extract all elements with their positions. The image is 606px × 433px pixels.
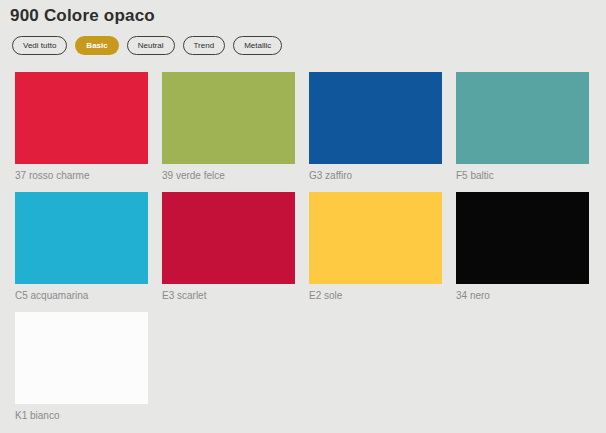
color-swatch-label: 37 rosso charme — [15, 169, 148, 182]
color-swatch[interactable] — [15, 72, 148, 164]
swatch-cell-39-verde-felce[interactable]: 39 verde felce — [162, 72, 295, 182]
swatch-cell-c5-acquamarina[interactable]: C5 acquamarina — [15, 192, 148, 302]
color-swatch[interactable] — [15, 192, 148, 284]
color-swatch[interactable] — [15, 312, 148, 404]
swatch-cell-37-rosso-charme[interactable]: 37 rosso charme — [15, 72, 148, 182]
color-swatch-label: 39 verde felce — [162, 169, 295, 182]
color-swatch-label: F5 baltic — [456, 169, 589, 182]
filter-pill-metallic[interactable]: Metallic — [233, 36, 282, 55]
color-swatch-label: G3 zaffiro — [309, 169, 442, 182]
filter-pill-basic[interactable]: Basic — [75, 36, 118, 55]
color-swatch-label: 34 nero — [456, 289, 589, 302]
color-swatch[interactable] — [456, 72, 589, 164]
color-swatch[interactable] — [162, 192, 295, 284]
swatch-cell-e3-scarlet[interactable]: E3 scarlet — [162, 192, 295, 302]
color-swatch[interactable] — [309, 192, 442, 284]
color-swatch-label: E2 sole — [309, 289, 442, 302]
color-swatch-label: E3 scarlet — [162, 289, 295, 302]
color-swatch[interactable] — [309, 72, 442, 164]
filter-pill-neutral[interactable]: Neutral — [127, 36, 175, 55]
color-swatch[interactable] — [162, 72, 295, 164]
filter-pill-vedi-tutto[interactable]: Vedi tutto — [12, 36, 67, 55]
swatch-cell-e2-sole[interactable]: E2 sole — [309, 192, 442, 302]
color-swatch-label: K1 bianco — [15, 409, 148, 422]
swatch-cell-g3-zaffiro[interactable]: G3 zaffiro — [309, 72, 442, 182]
page-title: 900 Colore opaco — [10, 6, 606, 26]
swatch-cell-k1-bianco[interactable]: K1 bianco — [15, 312, 148, 422]
swatch-cell-34-nero[interactable]: 34 nero — [456, 192, 589, 302]
filter-pill-trend[interactable]: Trend — [183, 36, 226, 55]
color-swatch-grid: 37 rosso charme 39 verde felce G3 zaffir… — [15, 72, 606, 422]
color-swatch-label: C5 acquamarina — [15, 289, 148, 302]
swatch-cell-f5-baltic[interactable]: F5 baltic — [456, 72, 589, 182]
filter-pill-row: Vedi tutto Basic Neutral Trend Metallic — [12, 36, 606, 55]
color-swatch[interactable] — [456, 192, 589, 284]
